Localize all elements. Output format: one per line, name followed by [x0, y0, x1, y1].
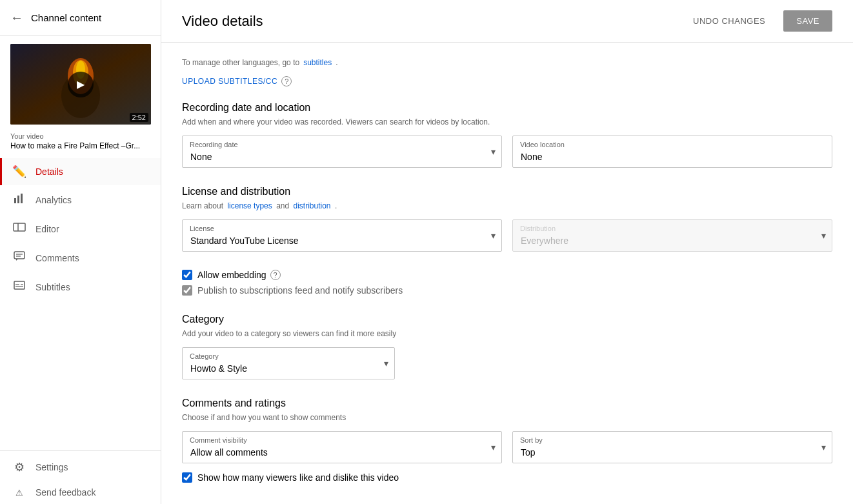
show-likes-label: Show how many viewers like and dislike t…: [197, 472, 399, 483]
header-actions: UNDO CHANGES SAVE: [685, 10, 832, 32]
settings-icon: ⚙: [12, 460, 26, 474]
page-title: Video details: [182, 13, 263, 30]
upload-subtitles-help-icon[interactable]: ?: [281, 76, 292, 86]
publish-feed-row: Publish to subscriptions feed and notify…: [182, 285, 832, 296]
details-icon: ✏️: [12, 165, 26, 179]
license-form-row: License Standard YouTube License ▾ Distr…: [182, 219, 832, 252]
upload-subtitles-button[interactable]: UPLOAD SUBTITLES/CC: [182, 77, 277, 86]
distribution-group: Distribution Everywhere ▾: [512, 219, 832, 252]
editor-label: Editor: [35, 224, 59, 234]
license-section-title: License and distribution: [182, 186, 832, 197]
svg-rect-8: [14, 223, 25, 231]
video-location-input[interactable]: [512, 136, 832, 168]
subtitles-label: Subtitles: [35, 282, 70, 292]
svg-rect-6: [17, 196, 19, 203]
feedback-label: Send feedback: [35, 487, 95, 498]
recording-form-row: Recording date None ▾ Video location: [182, 136, 832, 168]
sidebar: ← Channel content ▶ 2:52 Your video H: [0, 0, 161, 504]
recording-date-group: Recording date None ▾: [182, 136, 502, 168]
comment-visibility-select[interactable]: Allow all comments: [182, 431, 502, 463]
license-types-link[interactable]: license types: [227, 201, 272, 210]
allow-embedding-checkbox[interactable]: [182, 270, 192, 280]
content-area: To manage other languages, go to subtitl…: [161, 43, 853, 504]
video-duration: 2:52: [130, 113, 148, 122]
main-header: Video details UNDO CHANGES SAVE: [161, 0, 853, 43]
checkboxes-section: Allow embedding ? Publish to subscriptio…: [182, 270, 832, 296]
license-section: License and distribution Learn about lic…: [182, 186, 832, 252]
sidebar-header: ← Channel content: [0, 0, 161, 36]
category-section-title: Category: [182, 314, 832, 325]
recording-section: Recording date and location Add when and…: [182, 102, 832, 168]
subtitles-link[interactable]: subtitles: [303, 58, 332, 67]
license-desc-suffix: .: [335, 201, 337, 210]
comments-ratings-title: Comments and ratings: [182, 398, 832, 409]
sidebar-title: Channel content: [31, 12, 101, 23]
comments-icon: [12, 250, 26, 266]
subtitles-icon: [12, 279, 26, 295]
play-icon: ▶: [68, 72, 94, 97]
svg-rect-10: [14, 252, 25, 259]
comments-form-row: Comment visibility Allow all comments ▾ …: [182, 431, 832, 463]
allow-embedding-help-icon[interactable]: ?: [270, 270, 281, 280]
save-button[interactable]: SAVE: [783, 10, 832, 32]
sort-by-group: Sort by Top ▾: [512, 431, 832, 463]
svg-rect-5: [14, 198, 16, 203]
category-select[interactable]: Howto & Style: [182, 347, 395, 379]
recording-section-title: Recording date and location: [182, 102, 832, 114]
editor-icon: [12, 221, 26, 237]
settings-label: Settings: [35, 462, 68, 472]
recording-section-desc: Add when and where your video was record…: [182, 117, 832, 126]
distribution-link[interactable]: distribution: [294, 201, 331, 210]
main-content: Video details UNDO CHANGES SAVE To manag…: [161, 0, 853, 504]
show-likes-row: Show how many viewers like and dislike t…: [182, 472, 832, 483]
category-select-wrap: Category Howto & Style ▾: [182, 347, 395, 379]
category-section: Category Add your video to a category so…: [182, 314, 832, 379]
comments-ratings-desc: Choose if and how you want to show comme…: [182, 413, 832, 422]
feedback-icon: ⚠: [12, 488, 26, 498]
undo-changes-button[interactable]: UNDO CHANGES: [685, 11, 773, 31]
sidebar-bottom: ⚙ Settings ⚠ Send feedback: [0, 450, 161, 504]
license-desc-prefix: Learn about: [182, 201, 223, 210]
video-name: How to make a Fire Palm Effect –Gr...: [10, 141, 150, 150]
sidebar-item-feedback[interactable]: ⚠ Send feedback: [0, 481, 161, 504]
sidebar-item-settings[interactable]: ⚙ Settings: [0, 454, 161, 481]
comments-label: Comments: [35, 253, 79, 263]
sidebar-item-details[interactable]: ✏️ Details: [0, 158, 161, 185]
video-location-group: Video location: [512, 136, 832, 168]
subtitles-period: .: [336, 58, 337, 67]
allow-embedding-row: Allow embedding ?: [182, 270, 832, 280]
svg-rect-13: [14, 281, 25, 289]
subtitles-note-row: To manage other languages, go to subtitl…: [182, 58, 832, 67]
sidebar-item-editor[interactable]: Editor: [0, 214, 161, 243]
category-section-desc: Add your video to a category so viewers …: [182, 329, 832, 338]
subtitles-note-text: To manage other languages, go to: [182, 58, 299, 67]
publish-feed-label: Publish to subscriptions feed and notify…: [197, 285, 403, 296]
svg-rect-7: [21, 194, 23, 203]
analytics-icon: [12, 192, 26, 208]
license-section-desc: Learn about license types and distributi…: [182, 201, 832, 210]
sidebar-nav: ✏️ Details Analytics Editor Comments S: [0, 158, 161, 301]
comments-ratings-section: Comments and ratings Choose if and how y…: [182, 398, 832, 483]
sidebar-item-comments[interactable]: Comments: [0, 243, 161, 272]
distribution-select[interactable]: Everywhere: [512, 219, 832, 252]
show-likes-checkbox[interactable]: [182, 472, 192, 483]
your-video-label: Your video: [10, 132, 150, 140]
back-button[interactable]: ←: [10, 10, 23, 25]
sidebar-item-analytics[interactable]: Analytics: [0, 185, 161, 214]
details-label: Details: [35, 166, 63, 177]
video-thumbnail: ▶ 2:52: [10, 44, 151, 125]
license-group: License Standard YouTube License ▾: [182, 219, 502, 252]
analytics-label: Analytics: [35, 195, 72, 205]
sort-by-select[interactable]: Top: [512, 431, 832, 463]
recording-date-select[interactable]: None: [182, 136, 502, 168]
allow-embedding-label: Allow embedding ?: [197, 270, 281, 280]
publish-feed-checkbox[interactable]: [182, 285, 192, 296]
comment-visibility-group: Comment visibility Allow all comments ▾: [182, 431, 502, 463]
video-info: Your video How to make a Fire Palm Effec…: [0, 130, 161, 158]
license-desc-middle: and: [276, 201, 289, 210]
sidebar-item-subtitles[interactable]: Subtitles: [0, 272, 161, 301]
category-group: Category Howto & Style ▾: [182, 347, 395, 379]
license-select[interactable]: Standard YouTube License: [182, 219, 502, 252]
